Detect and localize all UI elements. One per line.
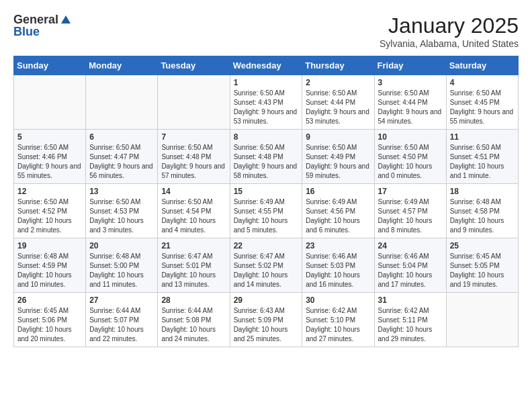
day-info: Sunrise: 6:48 AM Sunset: 5:00 PM Dayligh… <box>89 252 154 289</box>
day-info: Sunrise: 6:50 AM Sunset: 4:44 PM Dayligh… <box>378 89 443 126</box>
weekday-header: Sunday <box>14 56 86 75</box>
title-block: January 2025 Sylvania, Alabama, United S… <box>380 13 519 49</box>
day-number: 11 <box>450 132 515 142</box>
weekday-header: Tuesday <box>158 56 230 75</box>
day-info: Sunrise: 6:46 AM Sunset: 5:04 PM Dayligh… <box>378 252 443 289</box>
day-number: 24 <box>378 241 443 250</box>
calendar-cell: 15Sunrise: 6:49 AM Sunset: 4:55 PM Dayli… <box>230 184 302 238</box>
calendar-cell: 16Sunrise: 6:49 AM Sunset: 4:56 PM Dayli… <box>302 184 374 238</box>
page-header: General Blue January 2025 Sylvania, Alab… <box>13 13 519 49</box>
day-info: Sunrise: 6:47 AM Sunset: 5:02 PM Dayligh… <box>234 252 299 289</box>
day-number: 7 <box>161 132 226 142</box>
day-info: Sunrise: 6:45 AM Sunset: 5:05 PM Dayligh… <box>450 252 515 289</box>
day-info: Sunrise: 6:50 AM Sunset: 4:48 PM Dayligh… <box>234 143 299 181</box>
calendar-cell <box>158 75 230 130</box>
logo-icon <box>60 14 72 26</box>
day-number: 14 <box>161 187 226 196</box>
day-number: 17 <box>378 187 443 196</box>
day-number: 8 <box>234 132 299 142</box>
day-info: Sunrise: 6:42 AM Sunset: 5:11 PM Dayligh… <box>378 306 443 344</box>
day-info: Sunrise: 6:50 AM Sunset: 4:43 PM Dayligh… <box>234 89 299 126</box>
calendar-cell: 10Sunrise: 6:50 AM Sunset: 4:50 PM Dayli… <box>374 130 446 184</box>
day-number: 26 <box>17 295 82 305</box>
calendar-cell: 24Sunrise: 6:46 AM Sunset: 5:04 PM Dayli… <box>374 238 446 293</box>
day-number: 28 <box>161 295 226 305</box>
day-number: 13 <box>89 187 154 196</box>
day-info: Sunrise: 6:50 AM Sunset: 4:46 PM Dayligh… <box>17 143 82 181</box>
calendar-cell: 2Sunrise: 6:50 AM Sunset: 4:44 PM Daylig… <box>302 75 374 130</box>
day-number: 12 <box>17 187 82 196</box>
location-title: Sylvania, Alabama, United States <box>380 38 519 49</box>
calendar-cell: 31Sunrise: 6:42 AM Sunset: 5:11 PM Dayli… <box>374 293 446 347</box>
day-info: Sunrise: 6:50 AM Sunset: 4:51 PM Dayligh… <box>450 143 515 181</box>
day-info: Sunrise: 6:50 AM Sunset: 4:53 PM Dayligh… <box>89 197 154 235</box>
calendar-table: SundayMondayTuesdayWednesdayThursdayFrid… <box>13 56 519 347</box>
calendar-week-row: 12Sunrise: 6:50 AM Sunset: 4:52 PM Dayli… <box>14 184 519 238</box>
calendar-cell <box>14 75 86 130</box>
day-number: 2 <box>306 78 370 87</box>
logo-blue: Blue <box>13 26 40 39</box>
day-number: 3 <box>378 78 443 87</box>
calendar-cell: 21Sunrise: 6:47 AM Sunset: 5:01 PM Dayli… <box>158 238 230 293</box>
day-info: Sunrise: 6:44 AM Sunset: 5:08 PM Dayligh… <box>161 306 226 344</box>
calendar-week-row: 26Sunrise: 6:45 AM Sunset: 5:06 PM Dayli… <box>14 293 519 347</box>
calendar-week-row: 5Sunrise: 6:50 AM Sunset: 4:46 PM Daylig… <box>14 130 519 184</box>
calendar-cell: 13Sunrise: 6:50 AM Sunset: 4:53 PM Dayli… <box>86 184 158 238</box>
calendar-week-row: 19Sunrise: 6:48 AM Sunset: 4:59 PM Dayli… <box>14 238 519 293</box>
weekday-header: Monday <box>86 56 158 75</box>
day-info: Sunrise: 6:50 AM Sunset: 4:49 PM Dayligh… <box>306 143 370 181</box>
day-number: 21 <box>161 241 226 250</box>
logo: General Blue <box>13 13 72 39</box>
calendar-cell: 5Sunrise: 6:50 AM Sunset: 4:46 PM Daylig… <box>14 130 86 184</box>
calendar-cell: 3Sunrise: 6:50 AM Sunset: 4:44 PM Daylig… <box>374 75 446 130</box>
day-number: 18 <box>450 187 515 196</box>
day-number: 27 <box>89 295 154 305</box>
day-info: Sunrise: 6:50 AM Sunset: 4:48 PM Dayligh… <box>161 143 226 181</box>
day-number: 23 <box>306 241 370 250</box>
calendar-cell: 30Sunrise: 6:42 AM Sunset: 5:10 PM Dayli… <box>302 293 374 347</box>
calendar-cell: 14Sunrise: 6:50 AM Sunset: 4:54 PM Dayli… <box>158 184 230 238</box>
day-info: Sunrise: 6:49 AM Sunset: 4:57 PM Dayligh… <box>378 197 443 235</box>
day-number: 20 <box>89 241 154 250</box>
calendar-cell: 29Sunrise: 6:43 AM Sunset: 5:09 PM Dayli… <box>230 293 302 347</box>
calendar-cell: 1Sunrise: 6:50 AM Sunset: 4:43 PM Daylig… <box>230 75 302 130</box>
day-info: Sunrise: 6:43 AM Sunset: 5:09 PM Dayligh… <box>234 306 299 344</box>
day-info: Sunrise: 6:48 AM Sunset: 4:58 PM Dayligh… <box>450 197 515 235</box>
day-number: 30 <box>306 295 370 305</box>
calendar-cell: 25Sunrise: 6:45 AM Sunset: 5:05 PM Dayli… <box>446 238 518 293</box>
day-number: 15 <box>234 187 299 196</box>
day-info: Sunrise: 6:45 AM Sunset: 5:06 PM Dayligh… <box>17 306 82 344</box>
weekday-header: Friday <box>374 56 446 75</box>
day-info: Sunrise: 6:50 AM Sunset: 4:54 PM Dayligh… <box>161 197 226 235</box>
calendar-cell: 20Sunrise: 6:48 AM Sunset: 5:00 PM Dayli… <box>86 238 158 293</box>
weekday-header: Saturday <box>446 56 518 75</box>
day-number: 4 <box>450 78 515 87</box>
day-info: Sunrise: 6:49 AM Sunset: 4:56 PM Dayligh… <box>306 197 370 235</box>
calendar-cell: 4Sunrise: 6:50 AM Sunset: 4:45 PM Daylig… <box>446 75 518 130</box>
day-info: Sunrise: 6:50 AM Sunset: 4:47 PM Dayligh… <box>89 143 154 181</box>
calendar-cell: 28Sunrise: 6:44 AM Sunset: 5:08 PM Dayli… <box>158 293 230 347</box>
day-number: 19 <box>17 241 82 250</box>
calendar-cell: 9Sunrise: 6:50 AM Sunset: 4:49 PM Daylig… <box>302 130 374 184</box>
day-number: 9 <box>306 132 370 142</box>
calendar-cell: 17Sunrise: 6:49 AM Sunset: 4:57 PM Dayli… <box>374 184 446 238</box>
day-info: Sunrise: 6:50 AM Sunset: 4:52 PM Dayligh… <box>17 197 82 235</box>
day-info: Sunrise: 6:50 AM Sunset: 4:50 PM Dayligh… <box>378 143 443 181</box>
svg-marker-0 <box>61 15 71 24</box>
day-number: 22 <box>234 241 299 250</box>
day-number: 6 <box>89 132 154 142</box>
calendar-cell: 22Sunrise: 6:47 AM Sunset: 5:02 PM Dayli… <box>230 238 302 293</box>
day-number: 25 <box>450 241 515 250</box>
day-number: 29 <box>234 295 299 305</box>
day-number: 5 <box>17 132 82 142</box>
calendar-cell: 26Sunrise: 6:45 AM Sunset: 5:06 PM Dayli… <box>14 293 86 347</box>
day-info: Sunrise: 6:46 AM Sunset: 5:03 PM Dayligh… <box>306 252 370 289</box>
day-info: Sunrise: 6:49 AM Sunset: 4:55 PM Dayligh… <box>234 197 299 235</box>
calendar-cell: 12Sunrise: 6:50 AM Sunset: 4:52 PM Dayli… <box>14 184 86 238</box>
calendar-cell: 11Sunrise: 6:50 AM Sunset: 4:51 PM Dayli… <box>446 130 518 184</box>
month-title: January 2025 <box>380 13 519 38</box>
calendar-cell: 27Sunrise: 6:44 AM Sunset: 5:07 PM Dayli… <box>86 293 158 347</box>
calendar-cell <box>446 293 518 347</box>
calendar-cell: 7Sunrise: 6:50 AM Sunset: 4:48 PM Daylig… <box>158 130 230 184</box>
day-number: 31 <box>378 295 443 305</box>
